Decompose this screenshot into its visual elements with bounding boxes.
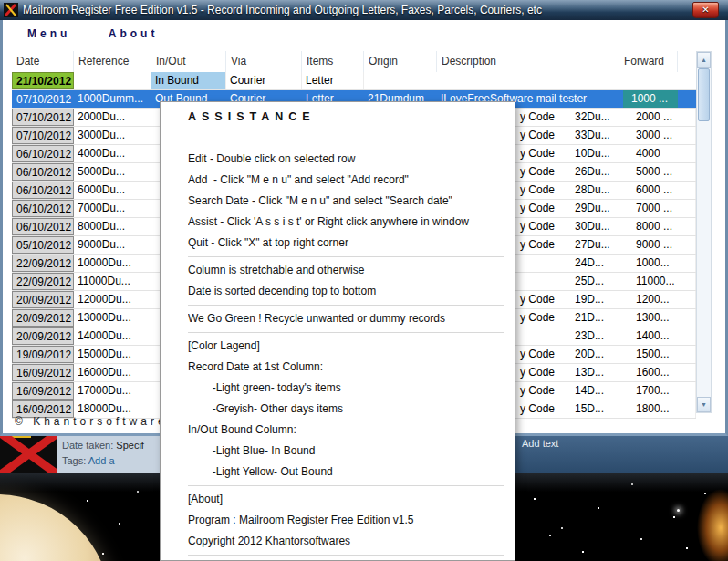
tail-cell: y Code bbox=[516, 109, 571, 126]
tail-cell: y Code bbox=[516, 309, 571, 327]
column-header-via[interactable]: Via bbox=[226, 51, 302, 72]
date-cell[interactable]: 06/10/2012 bbox=[12, 163, 74, 181]
assist-section: Edit - Double click on selected rowAdd -… bbox=[188, 146, 504, 256]
fwd-cell: 3000 ... bbox=[619, 127, 696, 144]
date-taken-value[interactable]: Specif bbox=[116, 440, 144, 451]
close-button[interactable]: ✕ bbox=[692, 2, 719, 18]
date-cell[interactable]: 21/10/2012 bbox=[12, 72, 74, 89]
fwd-cell: 11000... bbox=[619, 273, 696, 290]
mid-cell: 23D... bbox=[571, 327, 619, 345]
column-header-inout[interactable]: In/Out bbox=[151, 51, 226, 72]
tail-cell: y Code bbox=[516, 182, 571, 199]
assist-section: [Color Lagend]Record Date at 1st Column:… bbox=[188, 332, 504, 485]
ref-cell: 3000Du... bbox=[74, 127, 151, 144]
mid-cell: 20D... bbox=[571, 346, 619, 363]
mid-cell: 21D... bbox=[571, 309, 619, 327]
column-header-reference[interactable]: Reference bbox=[74, 51, 151, 72]
mid-cell: 10Du... bbox=[571, 145, 619, 162]
tail-cell: y Code bbox=[516, 346, 571, 363]
fwd-cell: 5000 ... bbox=[619, 163, 696, 181]
menu-item-menu[interactable]: Menu bbox=[27, 27, 70, 40]
column-header-origin[interactable]: Origin bbox=[364, 51, 437, 72]
date-cell[interactable]: 20/09/2012 bbox=[12, 327, 74, 345]
assist-line: -Light green- today's items bbox=[188, 378, 504, 399]
ref-cell: 10000Du... bbox=[74, 255, 151, 272]
fwd-cell: 9000 ... bbox=[619, 236, 696, 254]
scroll-down-button[interactable]: ▼ bbox=[697, 397, 711, 412]
ref-cell: 15000Du... bbox=[74, 346, 151, 363]
mid-cell: 30Du... bbox=[571, 218, 619, 235]
date-cell[interactable]: 06/10/2012 bbox=[12, 145, 74, 162]
assist-line: -Light Blue- In Bound bbox=[188, 441, 504, 462]
assist-line: Date is sorted decending top to bottom bbox=[188, 281, 504, 302]
tags-line: Tags: Add a bbox=[62, 453, 144, 469]
fwd-cell: 1500... bbox=[619, 346, 696, 363]
grid-header: DateReferenceIn/OutViaItemsOriginDescrip… bbox=[12, 51, 696, 73]
ref-cell: 13000Du... bbox=[74, 309, 151, 327]
mid-cell: 14D... bbox=[571, 382, 619, 400]
assistance-sections: Edit - Double click on selected rowAdd -… bbox=[188, 146, 504, 561]
date-cell[interactable]: 06/10/2012 bbox=[12, 218, 74, 235]
assist-line: Column is stretchable and otherwise bbox=[188, 260, 504, 281]
mid-cell: 15D... bbox=[571, 400, 619, 418]
assist-line: Add - Click "M e n u" and select "Add re… bbox=[188, 170, 504, 191]
ref-cell: 9000Du... bbox=[74, 236, 151, 254]
title-bar[interactable]: Mailroom Register Free Edition v1.5 - Re… bbox=[0, 0, 728, 20]
assist-line: In/Out Bound Column: bbox=[188, 420, 504, 441]
assist-section: [About]Program : Mailroom Register Free … bbox=[188, 485, 504, 555]
stars bbox=[0, 473, 2, 474]
inout-cell: In Bound bbox=[151, 72, 226, 89]
date-cell[interactable]: 07/10/2012 bbox=[12, 90, 74, 108]
mid-cell: 32Du... bbox=[571, 109, 619, 126]
fwd-cell: 1200... bbox=[619, 291, 696, 308]
menu-item-about[interactable]: About bbox=[109, 27, 159, 40]
date-cell[interactable]: 07/10/2012 bbox=[12, 109, 74, 126]
tail-cell: y Code bbox=[516, 400, 571, 418]
add-tag-link[interactable]: Add a bbox=[88, 455, 115, 466]
background-logo bbox=[0, 434, 57, 473]
date-cell[interactable]: 06/10/2012 bbox=[12, 182, 74, 199]
ref-cell: 7000Du... bbox=[74, 200, 151, 217]
scroll-thumb[interactable] bbox=[698, 68, 710, 121]
column-header-description[interactable]: Description bbox=[437, 51, 619, 72]
date-cell[interactable]: 07/10/2012 bbox=[12, 127, 74, 144]
column-header-forward[interactable]: Forward bbox=[619, 51, 678, 72]
column-header-date[interactable]: Date bbox=[12, 51, 74, 72]
assist-section: Column is stretchable and otherwiseDate … bbox=[188, 256, 504, 305]
date-cell[interactable]: 22/09/2012 bbox=[12, 273, 74, 290]
app-icon bbox=[4, 3, 18, 17]
column-header-items[interactable]: Items bbox=[302, 51, 364, 72]
mid-cell: 33Du... bbox=[571, 127, 619, 144]
tail-cell: y Code bbox=[516, 218, 571, 235]
date-cell[interactable]: 19/09/2012 bbox=[12, 346, 74, 363]
assist-line: -Light Yellow- Out Bound bbox=[188, 462, 504, 483]
tail-cell: y Code bbox=[516, 291, 571, 308]
assist-section: Send feedback to ProductQC@Khantorsoftwa… bbox=[188, 555, 504, 561]
scroll-up-button[interactable]: ▲ bbox=[697, 52, 711, 68]
mid-cell: 28Du... bbox=[571, 182, 619, 199]
fwd-cell: 2000 ... bbox=[619, 109, 696, 126]
ref-cell: 2000Du... bbox=[74, 109, 151, 126]
forward-cell: 1000 ... bbox=[623, 90, 678, 108]
add-text-link[interactable]: Add text bbox=[522, 438, 558, 449]
via-cell: Courier bbox=[226, 72, 302, 89]
fwd-cell: 1600... bbox=[619, 364, 696, 381]
tail-cell: y Code bbox=[516, 163, 571, 181]
date-cell[interactable]: 20/09/2012 bbox=[12, 291, 74, 308]
date-cell[interactable]: 06/10/2012 bbox=[12, 200, 74, 217]
date-cell[interactable]: 16/09/2012 bbox=[12, 364, 74, 381]
date-cell[interactable]: 05/10/2012 bbox=[12, 236, 74, 254]
mid-cell: 25D... bbox=[571, 273, 619, 290]
date-cell[interactable]: 16/09/2012 bbox=[12, 382, 74, 400]
date-cell[interactable]: 22/09/2012 bbox=[12, 255, 74, 272]
assist-section: We Go Green ! Recycle unwanted or dummy … bbox=[188, 305, 504, 332]
items-cell: Letter bbox=[302, 72, 364, 89]
ref-cell: 5000Du... bbox=[74, 163, 151, 181]
planet-image bbox=[0, 494, 111, 561]
table-row[interactable]: 21/10/2012In BoundCourierLetter bbox=[12, 72, 696, 90]
vertical-scrollbar[interactable]: ▲ ▼ bbox=[696, 51, 712, 413]
date-cell[interactable]: 20/09/2012 bbox=[12, 309, 74, 327]
fwd-cell: 1400... bbox=[619, 327, 696, 345]
bright-star bbox=[677, 509, 680, 512]
assist-line: Record Date at 1st Column: bbox=[188, 357, 504, 378]
